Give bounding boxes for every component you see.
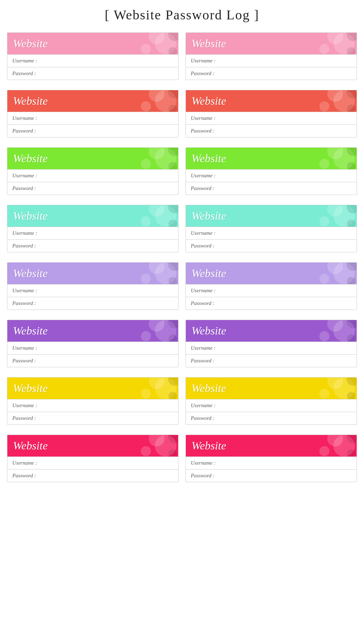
svg-point-14 <box>169 105 177 112</box>
card-header: Website <box>7 205 178 227</box>
password-field[interactable]: Password : <box>186 124 357 137</box>
svg-point-37 <box>347 205 357 213</box>
svg-point-30 <box>149 205 165 217</box>
username-field[interactable]: Username : <box>7 399 178 412</box>
password-field[interactable]: Password : <box>186 354 357 367</box>
svg-point-38 <box>319 216 329 226</box>
username-field[interactable]: Username : <box>7 112 178 124</box>
password-field[interactable]: Password : <box>7 182 178 195</box>
password-field[interactable]: Password : <box>186 469 357 482</box>
card-body: Username :Password : <box>186 399 357 424</box>
password-field[interactable]: Password : <box>186 182 357 195</box>
svg-point-1 <box>155 33 176 54</box>
card-body: Username :Password : <box>7 169 178 195</box>
svg-point-21 <box>155 148 176 169</box>
username-field[interactable]: Username : <box>7 169 178 182</box>
website-label: Website <box>192 382 226 395</box>
password-field[interactable]: Password : <box>7 297 178 310</box>
svg-point-76 <box>333 435 355 457</box>
svg-point-8 <box>319 44 329 54</box>
password-field[interactable]: Password : <box>7 412 178 424</box>
svg-point-63 <box>141 389 151 399</box>
svg-point-7 <box>347 33 357 41</box>
svg-point-47 <box>347 263 357 271</box>
svg-point-55 <box>327 320 343 332</box>
svg-point-65 <box>327 378 343 389</box>
card-header: Website <box>7 378 178 399</box>
password-card: WebsiteUsername :Password : <box>7 320 178 367</box>
password-card: WebsiteUsername :Password : <box>186 262 357 310</box>
svg-point-71 <box>155 435 176 457</box>
card-header: Website <box>186 33 357 54</box>
password-field[interactable]: Password : <box>7 469 178 482</box>
svg-point-74 <box>169 449 177 457</box>
username-field[interactable]: Username : <box>186 169 357 182</box>
password-field[interactable]: Password : <box>186 239 357 252</box>
svg-point-12 <box>168 90 178 98</box>
password-field[interactable]: Password : <box>186 67 357 80</box>
username-field[interactable]: Username : <box>186 227 357 239</box>
svg-point-48 <box>319 274 329 284</box>
svg-point-49 <box>347 277 356 284</box>
svg-point-53 <box>141 331 151 341</box>
card-header: Website <box>186 90 357 112</box>
svg-point-19 <box>347 105 356 112</box>
card-header: Website <box>186 148 357 169</box>
username-field[interactable]: Username : <box>186 112 357 124</box>
svg-point-32 <box>168 205 178 213</box>
password-card: WebsiteUsername :Password : <box>186 435 357 482</box>
password-card: WebsiteUsername :Password : <box>186 90 357 137</box>
card-body: Username :Password : <box>7 227 178 252</box>
svg-point-39 <box>347 220 356 227</box>
username-field[interactable]: Username : <box>186 54 357 67</box>
card-header: Website <box>7 320 178 342</box>
card-header: Website <box>186 378 357 399</box>
password-field[interactable]: Password : <box>7 67 178 80</box>
password-field[interactable]: Password : <box>7 124 178 137</box>
cards-grid: WebsiteUsername :Password :WebsiteUserna… <box>7 32 357 482</box>
svg-point-78 <box>319 446 329 456</box>
website-label: Website <box>192 37 226 50</box>
svg-point-60 <box>149 378 165 389</box>
page-title: [ Website Password Log ] <box>7 7 357 23</box>
card-body: Username :Password : <box>7 112 178 137</box>
svg-point-4 <box>169 47 177 54</box>
svg-point-23 <box>141 159 151 169</box>
card-body: Username :Password : <box>186 54 357 80</box>
card-header: Website <box>7 435 178 457</box>
svg-point-75 <box>327 435 343 447</box>
card-body: Username :Password : <box>186 342 357 367</box>
svg-point-77 <box>347 435 357 443</box>
password-field[interactable]: Password : <box>7 354 178 367</box>
svg-point-51 <box>155 320 176 342</box>
svg-point-35 <box>327 205 343 217</box>
password-card: WebsiteUsername :Password : <box>7 32 178 80</box>
password-card: WebsiteUsername :Password : <box>186 320 357 367</box>
card-header: Website <box>186 263 357 284</box>
svg-point-52 <box>168 320 178 328</box>
username-field[interactable]: Username : <box>7 284 178 297</box>
username-field[interactable]: Username : <box>186 399 357 412</box>
password-card: WebsiteUsername :Password : <box>7 435 178 482</box>
password-card: WebsiteUsername :Password : <box>186 32 357 80</box>
username-field[interactable]: Username : <box>7 457 178 469</box>
username-field[interactable]: Username : <box>7 227 178 239</box>
username-field[interactable]: Username : <box>7 54 178 67</box>
svg-point-40 <box>149 263 165 274</box>
card-body: Username :Password : <box>186 169 357 195</box>
svg-point-0 <box>149 33 165 44</box>
password-field[interactable]: Password : <box>186 297 357 310</box>
username-field[interactable]: Username : <box>186 342 357 354</box>
svg-point-72 <box>168 435 178 443</box>
password-field[interactable]: Password : <box>7 239 178 252</box>
svg-point-56 <box>333 320 355 342</box>
username-field[interactable]: Username : <box>186 284 357 297</box>
username-field[interactable]: Username : <box>186 457 357 469</box>
password-field[interactable]: Password : <box>186 412 357 424</box>
svg-point-64 <box>169 392 177 399</box>
username-field[interactable]: Username : <box>7 342 178 354</box>
website-label: Website <box>192 439 226 452</box>
password-card: WebsiteUsername :Password : <box>7 377 178 425</box>
svg-point-61 <box>155 378 176 399</box>
website-label: Website <box>13 209 48 222</box>
